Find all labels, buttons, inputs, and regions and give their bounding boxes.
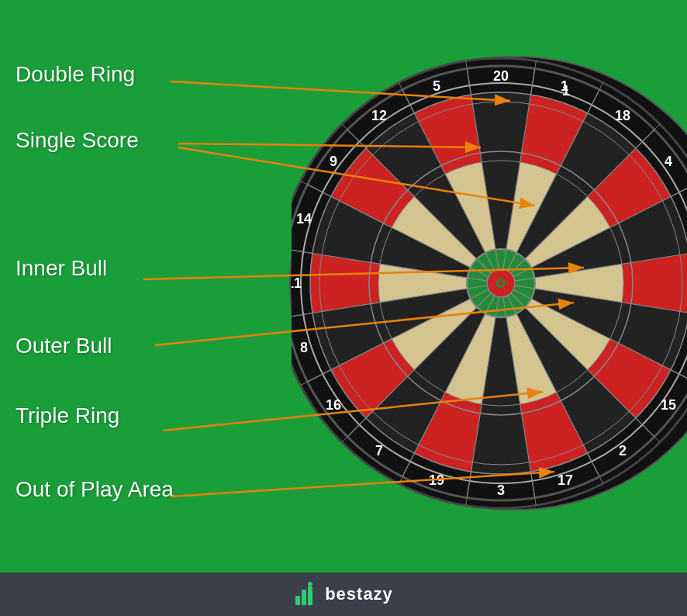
labels-container: Double Ring Single Score Inner Bull Oute… — [0, 0, 310, 573]
label-inner-bull-text: Inner Bull — [16, 256, 107, 280]
svg-text:3: 3 — [497, 483, 505, 498]
label-triple-ring: Triple Ring — [16, 403, 119, 428]
dartboard-complete: 20 1 1 18 4 13 6 10 15 2 17 3 — [292, 47, 687, 520]
svg-text:20: 20 — [493, 68, 509, 84]
svg-rect-109 — [308, 587, 312, 605]
svg-text:5: 5 — [433, 78, 440, 94]
svg-text:16: 16 — [326, 397, 341, 413]
bestazy-logo-icon — [294, 582, 319, 607]
svg-text:12: 12 — [371, 108, 387, 123]
label-out-of-play: Out of Play Area — [16, 477, 174, 502]
label-triple-ring-text: Triple Ring — [16, 403, 119, 427]
svg-text:18: 18 — [615, 108, 630, 123]
svg-rect-107 — [295, 596, 300, 605]
svg-text:19: 19 — [429, 472, 444, 488]
svg-text:14: 14 — [296, 211, 312, 227]
label-out-of-play-text: Out of Play Area — [16, 477, 174, 501]
footer-logo-text: bestazy — [325, 584, 393, 604]
svg-text:2: 2 — [619, 443, 627, 459]
svg-text:15: 15 — [661, 397, 676, 413]
svg-text:4: 4 — [665, 154, 672, 169]
label-outer-bull-text: Outer Bull — [16, 334, 112, 358]
svg-text:1: 1 — [561, 78, 568, 94]
svg-text:17: 17 — [558, 472, 573, 488]
label-double-ring-text: Double Ring — [16, 62, 135, 86]
svg-point-49 — [499, 281, 503, 286]
label-single-score-text: Single Score — [16, 128, 139, 152]
footer: bestazy — [0, 573, 687, 616]
svg-text:7: 7 — [375, 443, 383, 459]
footer-logo: bestazy — [294, 582, 393, 607]
svg-rect-108 — [302, 590, 306, 605]
svg-text:9: 9 — [330, 154, 337, 169]
label-double-ring: Double Ring — [16, 62, 135, 87]
label-outer-bull: Outer Bull — [16, 334, 112, 358]
svg-text:11: 11 — [292, 275, 302, 291]
svg-text:8: 8 — [300, 340, 308, 355]
label-inner-bull: Inner Bull — [16, 256, 107, 281]
label-single-score: Single Score — [16, 128, 139, 153]
svg-point-110 — [308, 582, 312, 587]
main-container: Double Ring Single Score Inner Bull Oute… — [0, 0, 687, 616]
